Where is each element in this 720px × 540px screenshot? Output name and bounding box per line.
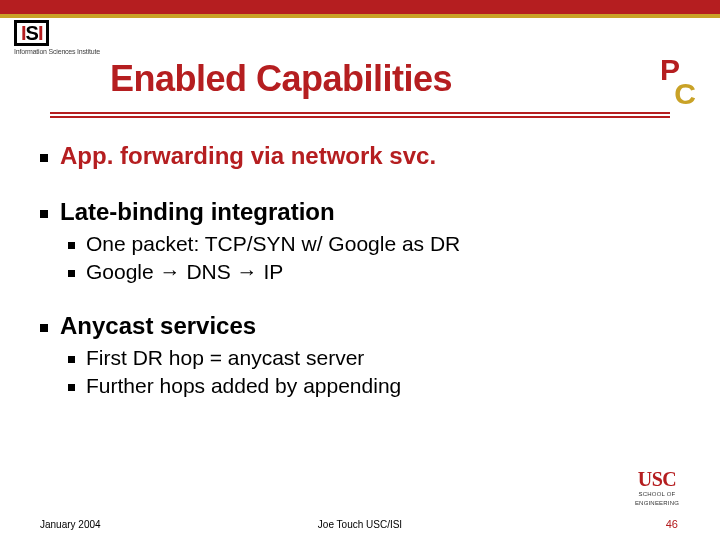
bullet-text: App. forwarding via network svc. bbox=[60, 142, 436, 169]
top-gold-bar bbox=[0, 14, 720, 18]
isi-mark: ISI bbox=[14, 20, 49, 46]
usc-mark: USC bbox=[624, 469, 690, 489]
bullet-text: One packet: TCP/SYN w/ Google as DR bbox=[86, 232, 460, 255]
bullet-text: Late-binding integration bbox=[60, 198, 335, 225]
bullet-level1: Late-binding integration bbox=[34, 198, 680, 226]
bullet-level2: Further hops added by appending bbox=[62, 374, 680, 398]
usc-sub: ENGINEERING bbox=[624, 500, 690, 506]
slide-title: Enabled Capabilities bbox=[110, 58, 452, 100]
slide-body: App. forwarding via network svc. Late-bi… bbox=[34, 128, 680, 402]
isi-letter: I bbox=[38, 22, 43, 44]
bullet-level1: Anycast services bbox=[34, 312, 680, 340]
bullet-text: First DR hop = anycast server bbox=[86, 346, 364, 369]
footer-page-number: 46 bbox=[666, 518, 678, 530]
title-rule bbox=[50, 112, 670, 114]
bullet-level1: App. forwarding via network svc. bbox=[34, 142, 680, 170]
slide: ISI Information Sciences Institute P C E… bbox=[0, 0, 720, 540]
bullet-level2: Google → DNS → IP bbox=[62, 260, 680, 284]
isi-logo: ISI Information Sciences Institute bbox=[14, 20, 104, 55]
bullet-text: Google → DNS → IP bbox=[86, 260, 283, 283]
top-accent-bar bbox=[0, 0, 720, 14]
isi-subtext: Information Sciences Institute bbox=[14, 48, 104, 55]
footer-author: Joe Touch USC/ISI bbox=[0, 519, 720, 530]
usc-sub: SCHOOL OF bbox=[624, 491, 690, 497]
bullet-text: Anycast services bbox=[60, 312, 256, 339]
pc-logo: P C bbox=[656, 58, 700, 106]
usc-logo: USC SCHOOL OF ENGINEERING bbox=[624, 469, 690, 506]
bullet-level2: One packet: TCP/SYN w/ Google as DR bbox=[62, 232, 680, 256]
bullet-text: Further hops added by appending bbox=[86, 374, 401, 397]
bullet-level2: First DR hop = anycast server bbox=[62, 346, 680, 370]
isi-letter: S bbox=[26, 22, 38, 44]
